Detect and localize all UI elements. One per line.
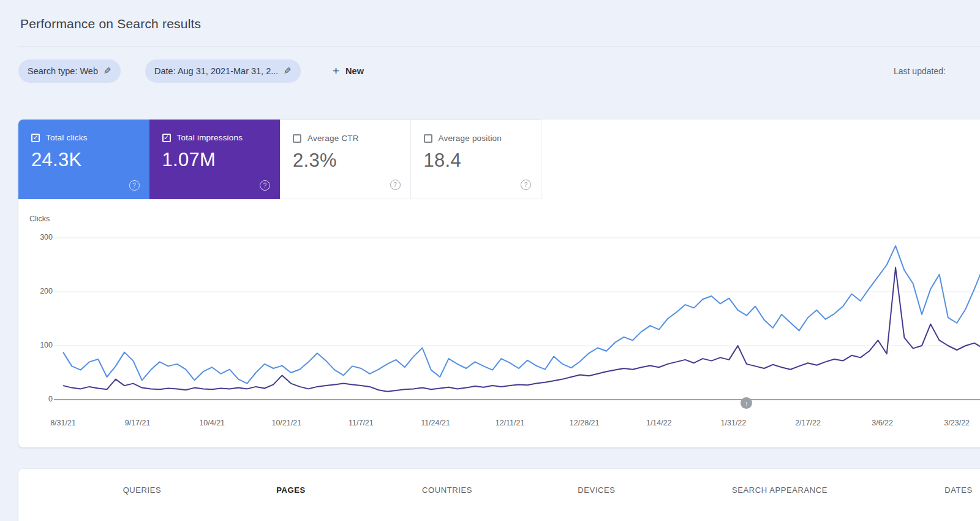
x-axis-tick-label: 12/11/21 (489, 419, 532, 427)
tab-queries[interactable]: QUERIES (123, 485, 162, 495)
x-axis-tick-label: 1/14/22 (638, 419, 680, 427)
tab-pages[interactable]: PAGES (276, 485, 306, 495)
y-axis-tick-label: 0 (28, 395, 53, 403)
x-axis-tick-label: 10/4/21 (190, 419, 233, 427)
y-axis-tick-label: 200 (28, 287, 53, 295)
metric-tile-average-ctr[interactable]: Average CTR2.3%? (280, 120, 411, 199)
metric-value: 18.4 (424, 150, 462, 172)
y-axis-title: Clicks (29, 215, 50, 223)
checkbox-checked-icon[interactable]: ✓ (31, 134, 40, 142)
metric-tile-total-clicks[interactable]: ✓Total clicks24.3K? (18, 120, 149, 199)
metric-tile-total-impressions[interactable]: ✓Total impressions1.07M? (149, 120, 281, 199)
help-icon[interactable]: ? (521, 180, 531, 190)
metric-label: Average position (439, 134, 502, 143)
metric-label: Total impressions (177, 133, 243, 142)
date-range-chip-label: Date: Aug 31, 2021-Mar 31, 2... (154, 66, 278, 76)
y-axis-tick-label: 100 (28, 341, 53, 349)
dimension-tabs-card: QUERIESPAGESCOUNTRIESDEVICESSEARCH APPEA… (18, 469, 980, 521)
x-axis-tick-label: 11/7/21 (339, 419, 382, 427)
metric-value: 24.3K (31, 149, 82, 171)
header-divider (18, 46, 980, 47)
metric-label: Average CTR (307, 134, 359, 143)
edit-pencil-icon[interactable]: ✎ (104, 66, 111, 77)
search-type-chip[interactable]: Search type: Web ✎ (18, 59, 121, 83)
x-axis-tick-label: 12/28/21 (563, 419, 606, 427)
metric-label: Total clicks (46, 133, 88, 142)
edit-pencil-icon[interactable]: ✎ (284, 66, 292, 77)
checkbox-unchecked-icon[interactable] (424, 134, 432, 143)
x-axis-tick-label: 1/31/22 (712, 419, 755, 427)
tab-devices[interactable]: DEVICES (578, 485, 615, 495)
search-type-chip-label: Search type: Web (28, 66, 98, 76)
x-axis-tick-label: 3/23/22 (935, 419, 978, 427)
checkbox-unchecked-icon[interactable] (293, 134, 301, 143)
checkbox-checked-icon[interactable]: ✓ (162, 134, 171, 142)
date-range-chip[interactable]: Date: Aug 31, 2021-Mar 31, 2... ✎ (145, 59, 301, 83)
plus-icon: + (333, 64, 339, 78)
page-title: Performance on Search results (20, 17, 201, 31)
tab-dates[interactable]: DATES (944, 485, 972, 495)
new-filter-label: New (345, 66, 364, 76)
metric-value: 1.07M (162, 149, 216, 171)
metric-value: 2.3% (293, 150, 337, 172)
performance-chart-card: ✓Total clicks24.3K?✓Total impressions1.0… (18, 120, 980, 447)
new-filter-button[interactable]: + New (333, 59, 364, 83)
x-axis-tick-label: 8/31/21 (42, 419, 85, 427)
x-axis-tick-label: 2/17/22 (786, 419, 829, 427)
tab-search-appearance[interactable]: SEARCH APPEARANCE (732, 485, 827, 495)
tab-countries[interactable]: COUNTRIES (422, 485, 472, 495)
metric-tiles-row: ✓Total clicks24.3K?✓Total impressions1.0… (18, 120, 541, 199)
x-axis-tick-label: 11/24/21 (414, 419, 457, 427)
help-icon[interactable]: ? (260, 180, 270, 191)
help-icon[interactable]: ? (390, 180, 401, 190)
series-line-impressions[interactable] (63, 267, 980, 391)
x-axis-tick-label: 9/17/21 (116, 419, 159, 427)
metric-tile-average-position[interactable]: Average position18.4? (411, 120, 542, 199)
x-axis-tick-label: 3/6/22 (861, 419, 904, 427)
series-line-clicks[interactable] (63, 246, 980, 383)
x-axis-tick-label: 10/21/21 (265, 419, 308, 427)
y-axis-tick-label: 300 (28, 233, 53, 241)
last-updated-text: Last updated: (894, 66, 946, 76)
help-icon[interactable]: ? (129, 180, 140, 191)
